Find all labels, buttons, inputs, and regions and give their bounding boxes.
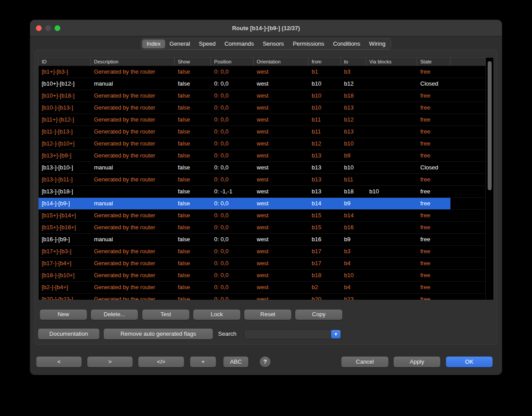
cell-state: Closed [417, 78, 450, 90]
search-combobox[interactable]: ▾ [244, 329, 341, 339]
cell-from: b15 [309, 222, 341, 233]
prev-button[interactable]: < [36, 357, 82, 367]
cancel-button[interactable]: Cancel [341, 357, 388, 367]
table-row[interactable]: [b11+]-[b12-]Generated by the routerfals… [39, 114, 485, 126]
reset-button[interactable]: Reset [244, 310, 291, 320]
cell-id: [b18-]-[b10+] [39, 270, 91, 281]
minimize-button[interactable] [45, 25, 51, 31]
route-dialog-window: Route [b14-]-[b9-] (12/37) Index General… [30, 20, 502, 375]
cell-show: false [175, 126, 211, 137]
column-header-id[interactable]: ID [39, 58, 91, 66]
cell-position: 0: 0,0 [211, 198, 254, 209]
table-row[interactable]: [b14-]-[b9-]manualfalse0: 0,0westb14b9fr… [39, 198, 485, 210]
copy-button[interactable]: Copy [295, 310, 342, 320]
tab-conditions[interactable]: Conditions [329, 39, 364, 48]
table-row[interactable]: [b17+]-[b3-]Generated by the routerfalse… [39, 246, 485, 258]
cell-filler [450, 282, 485, 293]
cell-via [366, 162, 417, 173]
table-row[interactable]: [b13+]-[b9-]Generated by the routerfalse… [39, 150, 485, 162]
cell-position: 0: 0,0 [211, 282, 254, 293]
combobox-dropdown-cap[interactable]: ▾ [331, 330, 340, 338]
cell-via [366, 150, 417, 161]
cell-description: Generated by the router [91, 258, 175, 269]
cell-orientation: west [254, 126, 309, 137]
delete-button[interactable]: Delete... [91, 310, 138, 320]
vertical-scrollbar[interactable] [485, 58, 493, 300]
documentation-button[interactable]: Documentation [38, 329, 99, 339]
cell-orientation: west [254, 150, 309, 161]
column-header-to[interactable]: to [341, 58, 366, 66]
cell-filler [450, 78, 485, 90]
cell-description: Generated by the router [91, 282, 175, 293]
table-row[interactable]: [b10+]-[b18-]Generated by the routerfals… [39, 90, 485, 102]
table-row[interactable]: [b15+]-[b16+]Generated by the routerfals… [39, 222, 485, 234]
column-header-orientation[interactable]: Orientation [254, 58, 309, 66]
cell-to: b11 [341, 174, 366, 185]
cell-from: b13 [309, 162, 341, 173]
cell-state: free [417, 126, 450, 137]
tab-wiring[interactable]: Wiring [365, 39, 390, 48]
cell-from: b11 [309, 126, 341, 137]
ok-button[interactable]: OK [446, 357, 493, 367]
column-header-description[interactable]: Description [91, 58, 175, 66]
tab-general[interactable]: General [165, 39, 194, 48]
cell-id: [b17+]-[b3-] [39, 246, 91, 257]
tab-speed[interactable]: Speed [195, 39, 220, 48]
cell-description: Generated by the router [91, 66, 175, 78]
table-row[interactable]: [b13-]-[b11-]Generated by the routerfals… [39, 174, 485, 186]
remove-auto-flags-button[interactable]: Remove auto generated flags [104, 329, 213, 339]
column-header-state[interactable]: State [417, 58, 450, 66]
column-header-from[interactable]: from [309, 58, 341, 66]
cell-state: free [417, 246, 450, 257]
next-button[interactable]: > [87, 357, 133, 367]
table-row[interactable]: [b13-]-[b10-]manualfalse0: 0,0westb13b10… [39, 162, 485, 174]
lock-button[interactable]: Lock [193, 310, 240, 320]
cell-show: false [175, 78, 211, 90]
zoom-button[interactable] [55, 25, 60, 31]
abc-button[interactable]: ABC [223, 357, 248, 367]
plus-button[interactable]: + [190, 357, 216, 367]
cell-from: b17 [309, 258, 341, 269]
table-row[interactable]: [b12-]-[b10+]Generated by the routerfals… [39, 138, 485, 150]
xml-code-button[interactable]: </> [138, 357, 184, 367]
help-button[interactable]: ? [260, 357, 270, 367]
tab-index[interactable]: Index [142, 39, 165, 48]
column-header-position[interactable]: Position [211, 58, 254, 66]
cell-position: 0: 0,0 [211, 234, 254, 245]
table-row[interactable]: [b1+]-[b3-]Generated by the routerfalse0… [39, 66, 485, 78]
close-button[interactable] [36, 25, 42, 31]
table-row[interactable]: [b15+]-[b14+]Generated by the routerfals… [39, 210, 485, 222]
cell-from: b10 [309, 90, 341, 102]
tab-permissions[interactable]: Permissions [288, 39, 329, 48]
cell-via [366, 234, 417, 245]
test-button[interactable]: Test [142, 310, 189, 320]
desktop-background: Route [b14-]-[b9-] (12/37) Index General… [0, 0, 532, 416]
tab-commands[interactable]: Commands [220, 39, 258, 48]
table-row[interactable]: [b10+]-[b12-]manualfalse0: 0,0westb10b12… [39, 78, 485, 90]
table-row[interactable]: [b2-]-[b4+]Generated by the routerfalse0… [39, 282, 485, 294]
cell-state: free [417, 114, 450, 126]
new-button[interactable]: New [40, 310, 87, 320]
table-row[interactable]: [b16-]-[b9-]manualfalse0: 0,0westb16b9fr… [39, 234, 485, 246]
tab-sensors[interactable]: Sensors [258, 39, 289, 48]
title-bar[interactable]: Route [b14-]-[b9-] (12/37) [30, 20, 502, 36]
cell-show: false [175, 174, 211, 185]
cell-show: false [175, 270, 211, 281]
table-row[interactable]: [b20-]-[b23-]Generated by the routerfals… [39, 294, 485, 300]
cell-position: 0: 0,0 [211, 270, 254, 281]
apply-button[interactable]: Apply [394, 357, 440, 367]
column-header-show[interactable]: Show [175, 58, 211, 66]
table-row[interactable]: [b11-]-[b13-]Generated by the routerfals… [39, 126, 485, 138]
cell-id: [b13+]-[b9-] [39, 150, 91, 161]
table-row[interactable]: [b10-]-[b13-]Generated by the routerfals… [39, 102, 485, 114]
cell-from: b16 [309, 234, 341, 245]
table-row[interactable]: [b18-]-[b10+]Generated by the routerfals… [39, 270, 485, 282]
column-header-via-blocks[interactable]: Via blocks [366, 58, 417, 66]
table-row[interactable]: [b13-]-[b18-]false0: -1,-1westb13b18b10f… [39, 186, 485, 198]
cell-via [366, 90, 417, 102]
cell-state: Closed [417, 162, 450, 173]
cell-show: false [175, 222, 211, 233]
cell-state: free [417, 294, 450, 300]
scrollbar-thumb[interactable] [488, 61, 492, 190]
table-row[interactable]: [b17-]-[b4+]Generated by the routerfalse… [39, 258, 485, 270]
